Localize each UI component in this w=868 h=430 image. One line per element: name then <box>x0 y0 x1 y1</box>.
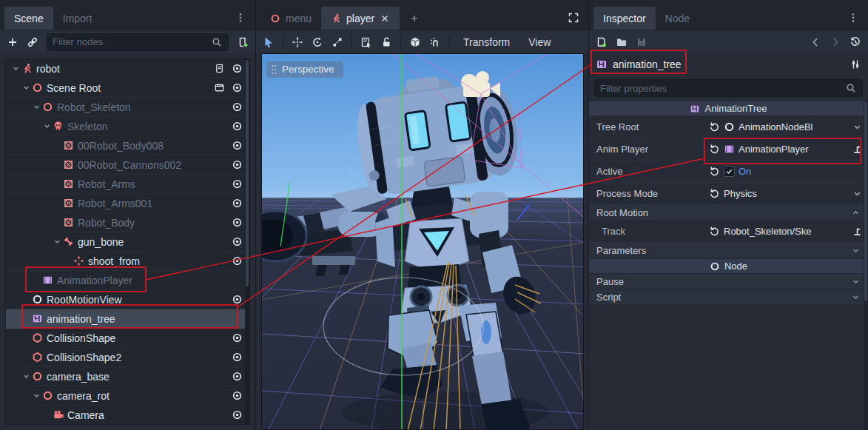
add-node-button[interactable] <box>7 36 18 48</box>
tree-node-collisionshape2[interactable]: CollisionShape2 <box>6 348 249 367</box>
load-resource-button[interactable] <box>616 36 628 48</box>
tree-node-robot-arms[interactable]: Robot_Arms <box>6 175 249 194</box>
scene-dock-menu-icon[interactable] <box>235 12 246 24</box>
visibility-eye-icon[interactable] <box>232 390 243 401</box>
value-track[interactable]: Robot_Skeleton/Ske <box>724 226 812 237</box>
filter-properties-field[interactable] <box>600 83 845 94</box>
view-menu[interactable]: View <box>523 36 556 48</box>
distraction-free-icon[interactable] <box>568 12 579 24</box>
new-scene-tab-button[interactable] <box>400 7 429 30</box>
expand-arrow-icon[interactable] <box>21 371 32 382</box>
tree-node-camera-base[interactable]: camera_base <box>6 367 249 386</box>
tree-node-camera[interactable]: Camera <box>6 406 249 425</box>
tree-node-00robot-body008[interactable]: 00Robot_Body008 <box>6 136 249 155</box>
tree-node-00robot-cannons002[interactable]: 00Robot_Cannons002 <box>6 155 249 175</box>
history-back-icon[interactable] <box>810 36 821 48</box>
dropdown-chevron-icon[interactable] <box>852 121 863 132</box>
visibility-eye-icon[interactable] <box>232 63 243 74</box>
tree-node-robot-arms001[interactable]: Robot_Arms001 <box>6 194 249 213</box>
visibility-eye-icon[interactable] <box>232 82 243 93</box>
visibility-eye-icon[interactable] <box>232 159 243 170</box>
transform-menu[interactable]: Transform <box>458 36 515 48</box>
move-mode-button[interactable] <box>292 36 303 48</box>
list-select-button[interactable] <box>360 36 372 48</box>
section-script[interactable]: Script <box>589 289 868 305</box>
scale-mode-button[interactable] <box>332 36 343 48</box>
expand-arrow-icon[interactable] <box>10 63 21 74</box>
tree-node-rootmotionview[interactable]: RootMotionView <box>6 290 249 309</box>
perspective-menu[interactable]: Perspective <box>266 61 343 78</box>
inspector-menu-icon[interactable] <box>847 12 859 24</box>
3d-viewport[interactable]: Perspective <box>261 53 584 430</box>
tree-node-animation-tree[interactable]: animation_tree <box>6 309 249 329</box>
revert-icon[interactable] <box>709 144 720 155</box>
script-badge-icon[interactable] <box>214 63 225 74</box>
tree-node-animationplayer[interactable]: AnimationPlayer <box>6 271 249 290</box>
tree-node-robot[interactable]: robot <box>6 59 249 78</box>
revert-icon[interactable] <box>709 226 720 237</box>
tree-node-gun-bone[interactable]: gun_bone <box>6 232 249 252</box>
expand-arrow-icon[interactable] <box>52 236 63 247</box>
movie-badge-icon[interactable] <box>214 82 225 93</box>
attach-script-button[interactable] <box>237 36 249 48</box>
value-anim-player[interactable]: AnimationPlayer <box>739 144 809 155</box>
tree-node-scene-root[interactable]: Scene Root <box>6 78 249 98</box>
save-resource-button[interactable] <box>636 36 647 48</box>
tree-node-robot-body[interactable]: Robot_Body <box>6 213 249 232</box>
expand-arrow-icon[interactable] <box>31 101 42 112</box>
snap-button[interactable] <box>429 36 441 48</box>
visibility-eye-icon[interactable] <box>232 352 243 363</box>
visibility-eye-icon[interactable] <box>232 101 243 112</box>
local-space-button[interactable] <box>409 36 421 48</box>
rotate-mode-button[interactable] <box>312 36 323 48</box>
filter-nodes-field[interactable] <box>53 36 211 47</box>
object-tools-icon[interactable] <box>850 58 861 70</box>
section-parameters[interactable]: Parameters <box>589 243 868 258</box>
section-chevron-icon[interactable] <box>851 246 861 255</box>
tab-inspector[interactable]: Inspector <box>593 7 656 30</box>
visibility-eye-icon[interactable] <box>232 255 243 266</box>
new-resource-button[interactable] <box>596 36 608 48</box>
expand-arrow-icon[interactable] <box>21 82 32 93</box>
visibility-eye-icon[interactable] <box>232 294 243 305</box>
value-tree-root[interactable]: AnimationNodeBl <box>739 121 813 132</box>
tree-node-skeleton[interactable]: Skeleton <box>6 117 249 136</box>
filter-properties-input[interactable] <box>594 79 863 97</box>
visibility-eye-icon[interactable] <box>232 217 243 228</box>
visibility-eye-icon[interactable] <box>232 198 243 209</box>
revert-icon[interactable] <box>709 188 720 199</box>
checkbox-active[interactable] <box>724 166 735 177</box>
section-chevron-icon[interactable] <box>851 292 861 302</box>
unlock-button[interactable] <box>380 36 392 48</box>
tree-node-robot-skeleton[interactable]: Robot_Skeleton <box>6 98 249 117</box>
tab-player-scene[interactable]: player <box>321 7 400 30</box>
history-forward-icon[interactable] <box>830 36 841 48</box>
section-root-motion[interactable]: Root Motion <box>589 205 868 221</box>
visibility-eye-icon[interactable] <box>232 409 243 420</box>
tab-import[interactable]: Import <box>53 7 102 30</box>
tab-node[interactable]: Node <box>656 7 699 30</box>
assign-icon[interactable] <box>852 144 863 155</box>
select-mode-button[interactable] <box>263 36 275 48</box>
tree-node-shoot-from[interactable]: shoot_from <box>6 252 249 271</box>
tree-node-collisionshape[interactable]: CollisionShape <box>6 329 249 348</box>
revert-icon[interactable] <box>709 166 720 177</box>
expand-arrow-icon[interactable] <box>31 390 42 401</box>
inspector-scrollbar[interactable] <box>864 101 868 430</box>
scene-tree-scrollbar[interactable] <box>245 59 249 424</box>
category-animationtree[interactable]: AnimationTree <box>589 101 868 116</box>
tree-node-camera-rot[interactable]: camera_rot <box>6 386 249 406</box>
category-node[interactable]: Node <box>589 258 868 274</box>
section-pause[interactable]: Pause <box>589 274 868 289</box>
filter-nodes-input[interactable] <box>47 33 229 51</box>
close-tab-icon[interactable] <box>380 13 390 24</box>
visibility-eye-icon[interactable] <box>232 371 243 382</box>
assign-icon[interactable] <box>852 226 863 237</box>
tab-menu-scene[interactable]: menu <box>260 7 321 30</box>
instance-scene-button[interactable] <box>27 36 38 48</box>
section-chevron-icon[interactable] <box>851 277 861 286</box>
history-icon[interactable] <box>850 36 861 48</box>
visibility-eye-icon[interactable] <box>232 140 243 151</box>
tab-scene[interactable]: Scene <box>4 7 53 30</box>
visibility-eye-icon[interactable] <box>232 121 243 132</box>
